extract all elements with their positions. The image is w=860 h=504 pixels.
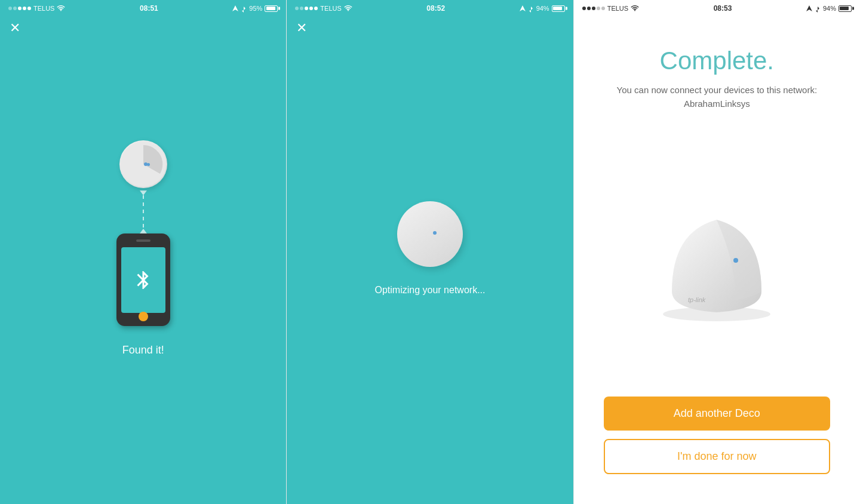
signal-dot (597, 7, 600, 10)
battery-percent-2: 94% (536, 5, 549, 12)
signal-dot (305, 7, 308, 10)
bluetooth-status-icon-2 (528, 5, 534, 13)
signal-dot (8, 7, 12, 10)
wifi-icon (57, 5, 65, 12)
screen-complete: TELUS 08:53 94% Complete. You can now co… (574, 0, 860, 504)
connector-line (140, 188, 147, 233)
battery-percent-1: 95% (249, 5, 262, 12)
add-another-deco-button[interactable]: Add another Deco (604, 397, 830, 431)
phone-speaker (136, 239, 150, 242)
svg-point-3 (733, 258, 738, 263)
button-container: Add another Deco I'm done for now (598, 397, 836, 486)
screen2-main: Optimizing your network... (287, 17, 573, 504)
battery-fill-1 (266, 7, 275, 10)
time-1: 08:51 (140, 4, 158, 13)
deco-complete-illustration: tp-link (598, 120, 836, 397)
svg-point-1 (144, 162, 148, 166)
screen3-main: Complete. You can now connect your devic… (574, 17, 860, 504)
carrier-label-3: TELUS (607, 5, 628, 12)
done-button[interactable]: I'm done for now (604, 439, 830, 474)
battery-fill-2 (553, 7, 561, 10)
complete-title: Complete. (660, 47, 774, 75)
bluetooth-status-icon-3 (815, 5, 821, 13)
phone-illustration (116, 233, 170, 326)
deco-complete-svg: tp-link (645, 196, 788, 321)
signal-dot (295, 7, 299, 10)
wifi-icon-3 (631, 5, 639, 12)
arrow-up-icon (140, 229, 147, 233)
bluetooth-icon (133, 269, 154, 291)
close-button-1[interactable]: ✕ (10, 21, 20, 35)
bluetooth-status-icon (241, 5, 247, 13)
signal-dot (587, 7, 591, 10)
battery-percent-3: 94% (823, 5, 836, 12)
deco-device-top (119, 140, 167, 188)
status-left-3: TELUS (582, 5, 639, 12)
signal-dot (300, 7, 303, 10)
signal-dots-2 (295, 7, 318, 10)
carrier-label: TELUS (33, 5, 54, 12)
battery-icon-1 (265, 5, 278, 12)
time-3: 08:53 (714, 4, 732, 13)
battery-fill-3 (840, 7, 848, 10)
battery-icon-2 (552, 5, 565, 12)
screen-found-it: TELUS 08:51 95% ✕ (0, 0, 286, 504)
screen1-main: Found it! (0, 17, 286, 504)
status-left-2: TELUS (295, 5, 352, 12)
status-right-3: 94% (806, 5, 852, 13)
carrier-label-2: TELUS (320, 5, 341, 12)
found-text: Found it! (122, 344, 164, 357)
signal-dots-1 (8, 7, 31, 10)
status-right-2: 94% (520, 5, 565, 13)
location-icon (232, 5, 238, 12)
location-icon-3 (806, 5, 812, 12)
signal-dot (601, 7, 605, 10)
wifi-icon-2 (344, 5, 352, 12)
close-button-2[interactable]: ✕ (296, 21, 307, 35)
signal-dot (592, 7, 595, 10)
status-bar-3: TELUS 08:53 94% (574, 0, 860, 17)
svg-text:tp-link: tp-link (688, 296, 706, 303)
location-icon-2 (520, 5, 526, 12)
signal-dots-3 (582, 7, 605, 10)
dash-line (143, 195, 144, 231)
signal-dot (314, 7, 318, 10)
battery-icon-3 (838, 5, 852, 12)
arrow-down-icon (140, 190, 147, 195)
deco-icon (119, 140, 167, 188)
complete-subtitle: You can now connect your devices to this… (617, 84, 817, 110)
signal-dot (27, 7, 31, 10)
time-2: 08:52 (426, 4, 445, 13)
signal-dot (309, 7, 313, 10)
signal-dot (13, 7, 17, 10)
signal-dot (18, 7, 22, 10)
status-bar-1: TELUS 08:51 95% (0, 0, 286, 17)
signal-dot (582, 7, 586, 10)
screen-optimizing: TELUS 08:52 94% ✕ Optimizing your networ… (287, 0, 573, 504)
signal-dot (23, 7, 26, 10)
status-bar-2: TELUS 08:52 94% (287, 0, 573, 17)
optimizing-text: Optimizing your network... (375, 285, 486, 296)
network-name: AbrahamLinksys (684, 99, 750, 109)
phone-home-button (139, 312, 148, 321)
deco-spinner (397, 201, 463, 267)
status-left-1: TELUS (8, 5, 65, 12)
status-right-1: 95% (232, 5, 278, 13)
phone-screen (121, 247, 165, 313)
